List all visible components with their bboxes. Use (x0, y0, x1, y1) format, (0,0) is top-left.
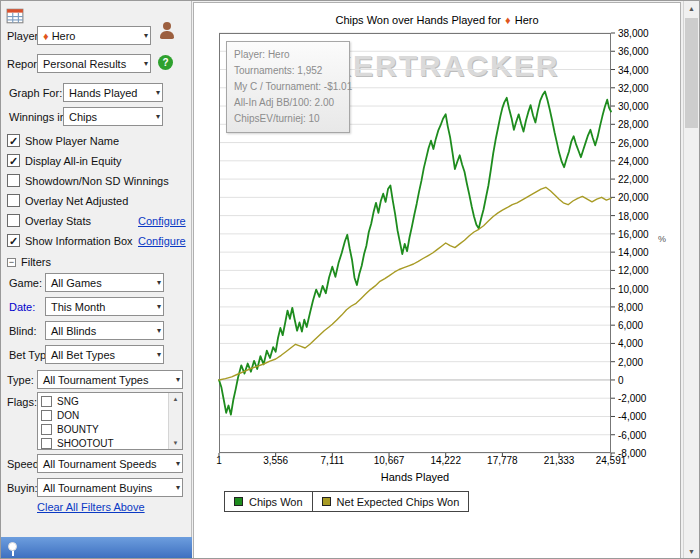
y-tick-label: 0 (618, 375, 624, 386)
y-tick-label: 6,000 (618, 320, 643, 331)
flag-item-don[interactable]: DON (38, 409, 168, 423)
checkbox-label: Display All-in Equity (25, 155, 122, 167)
buyin-select[interactable]: All Tournament Buyins ▾ (37, 478, 183, 497)
y-tick-label: 22,000 (618, 174, 649, 185)
graph-for-select[interactable]: Hands Played ▾ (63, 83, 163, 102)
player-select[interactable]: ♦Hero ▾ (37, 26, 151, 45)
flag-item-sng[interactable]: SNG (38, 395, 168, 409)
chevron-down-icon: ▾ (176, 375, 180, 384)
y-tick-label: -8,000 (618, 448, 646, 459)
game-label: Game: (9, 277, 42, 289)
buyin-value: All Tournament Buyins (43, 482, 152, 494)
scroll-down-icon[interactable]: ▼ (169, 437, 182, 449)
speed-select[interactable]: All Tournament Speeds ▾ (37, 454, 183, 473)
flag-item-shootout[interactable]: SHOOTOUT (38, 437, 168, 450)
diamond-icon: ♦ (43, 30, 49, 42)
flag-checkbox[interactable] (41, 410, 52, 421)
y-tick-label: 24,000 (618, 156, 649, 167)
report-grid-icon[interactable] (6, 7, 26, 27)
flag-checkbox[interactable] (41, 424, 52, 435)
chevron-down-icon: ▾ (144, 31, 148, 40)
vertical-scrollbar[interactable]: ▲ ▼ (683, 1, 699, 559)
y-tick-label: 20,000 (618, 192, 649, 203)
checkbox-label: Overlay Net Adjusted (25, 195, 128, 207)
info-line-per-tournament: My C / Tournament: -$1.01 (234, 79, 342, 95)
y-tick-label: 4,000 (618, 338, 643, 349)
winnings-in-value: Chips (69, 111, 97, 123)
chart-info-box: Player: Hero Tournaments: 1,952 My C / T… (226, 41, 350, 133)
flag-item-bounty[interactable]: BOUNTY (38, 423, 168, 437)
configure-info-box-link[interactable]: Configure (138, 235, 186, 247)
scroll-up-icon[interactable]: ▲ (169, 393, 182, 405)
date-label[interactable]: Date: (9, 301, 35, 313)
legend-label: Net Expected Chips Won (337, 496, 460, 508)
checkbox-show-player-name[interactable]: ✓ (7, 134, 20, 147)
percent-icon[interactable]: % (658, 234, 666, 244)
y-tick-label: 26,000 (618, 138, 649, 149)
scroll-down-button[interactable]: ▼ (684, 544, 699, 559)
player-value: Hero (52, 30, 76, 42)
chevron-down-icon: ▾ (176, 459, 180, 468)
bet-type-value: All Bet Types (51, 349, 115, 361)
chart-panel: Chips Won over Hands Played for ♦ Hero P… (193, 2, 681, 559)
checkbox-overlay-stats[interactable] (7, 214, 20, 227)
date-value: This Month (51, 301, 105, 313)
flag-checkbox[interactable] (41, 438, 52, 449)
flag-label: SNG (57, 396, 79, 407)
info-line-allin-adj: All-In Adj BB/100: 2.00 (234, 95, 342, 111)
checkbox-label: Show Information Box (25, 235, 133, 247)
table-icon (6, 7, 24, 25)
help-icon[interactable]: ? (158, 55, 173, 70)
legend-swatch-net-expected (322, 497, 331, 506)
report-value: Personal Results (43, 58, 126, 70)
y-tick-label: 36,000 (618, 46, 649, 57)
player-manager-button[interactable] (159, 22, 175, 40)
legend-item-chips-won: Chips Won (224, 491, 313, 512)
person-icon (163, 22, 171, 30)
flag-checkbox[interactable] (41, 396, 52, 407)
y-tick-label: 34,000 (618, 65, 649, 76)
graph-for-label: Graph For: (9, 87, 62, 99)
flags-scrollbar[interactable]: ▲ ▼ (168, 393, 182, 449)
chevron-down-icon: ▾ (156, 88, 160, 97)
type-label: Type: (7, 374, 34, 386)
chart-legend: Chips Won Net Expected Chips Won (224, 491, 469, 512)
blind-select[interactable]: All Blinds ▾ (45, 321, 164, 340)
legend-swatch-chips-won (234, 497, 243, 506)
scrollbar-thumb[interactable] (685, 18, 698, 128)
buyin-label: Buyin: (7, 482, 38, 494)
winnings-in-label: Winnings in: (9, 111, 69, 123)
y-tick-label: 12,000 (618, 265, 649, 276)
checkbox-overlay-net-adjusted[interactable] (7, 194, 20, 207)
game-select[interactable]: All Games ▾ (45, 273, 164, 292)
checkbox-showdown-nonsd[interactable] (7, 174, 20, 187)
game-value: All Games (51, 277, 102, 289)
y-tick-label: 30,000 (618, 101, 649, 112)
info-line-player: Player: Hero (234, 47, 342, 63)
winnings-in-select[interactable]: Chips ▾ (63, 107, 163, 126)
series-net-expected-chips-won (219, 187, 611, 380)
chart-title-player: Hero (515, 14, 539, 26)
pin-icon (8, 542, 17, 551)
bet-type-select[interactable]: All Bet Types ▾ (45, 345, 164, 364)
collapsed-panel-bar[interactable] (1, 537, 192, 559)
checkbox-display-all-in-equity[interactable]: ✓ (7, 154, 20, 167)
chevron-down-icon: ▾ (157, 278, 161, 287)
flags-listbox[interactable]: SNG DON BOUNTY SHOOTOUT ▲ ▼ (37, 392, 183, 450)
y-tick-label: 18,000 (618, 211, 649, 222)
y-tick-label: 10,000 (618, 284, 649, 295)
date-select[interactable]: This Month ▾ (45, 297, 164, 316)
checkbox-label: Show Player Name (25, 135, 119, 147)
chevron-down-icon: ▾ (157, 326, 161, 335)
scroll-up-button[interactable]: ▲ (684, 1, 699, 17)
clear-all-filters-link[interactable]: Clear All Filters Above (37, 501, 145, 513)
tournament-type-select[interactable]: All Tournament Types ▾ (37, 370, 183, 389)
collapse-filters-icon[interactable]: − (7, 258, 16, 267)
tournament-type-value: All Tournament Types (43, 374, 148, 386)
graph-for-value: Hands Played (69, 87, 138, 99)
report-select[interactable]: Personal Results ▾ (37, 54, 151, 73)
chevron-down-icon: ▾ (156, 112, 160, 121)
checkbox-show-information-box[interactable]: ✓ (7, 234, 20, 247)
flags-label: Flags: (7, 396, 37, 408)
configure-overlay-stats-link[interactable]: Configure (138, 215, 186, 227)
